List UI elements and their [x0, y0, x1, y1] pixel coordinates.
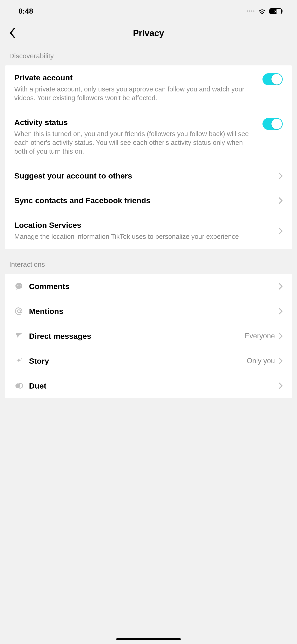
section-header-discoverability: Discoverability — [0, 46, 297, 66]
sparkle-icon — [14, 356, 24, 366]
send-icon — [14, 332, 24, 341]
discoverability-card: Private account With a private account, … — [5, 66, 292, 249]
row-mentions[interactable]: Mentions — [5, 299, 292, 324]
at-icon — [14, 306, 24, 316]
status-bar: 8:48 •••• 58 — [0, 0, 297, 20]
comment-icon — [14, 282, 24, 291]
row-comments[interactable]: Comments — [5, 274, 292, 299]
chevron-right-icon — [278, 228, 283, 234]
status-right: •••• 58 — [247, 8, 283, 14]
row-activity-status: Activity status When this is turned on, … — [5, 110, 292, 164]
row-sync-contacts[interactable]: Sync contacts and Facebook friends — [5, 188, 292, 213]
chevron-right-icon — [278, 197, 283, 204]
chevron-left-icon — [9, 28, 16, 38]
story-title: Story — [29, 356, 247, 366]
activity-status-title: Activity status — [14, 118, 258, 127]
chevron-right-icon — [278, 308, 283, 315]
duet-icon — [14, 381, 24, 390]
back-button[interactable] — [9, 28, 16, 39]
section-header-interactions: Interactions — [0, 249, 297, 274]
svg-point-0 — [17, 286, 18, 286]
svg-point-1 — [18, 286, 19, 286]
row-duet[interactable]: Duet — [5, 373, 292, 398]
private-account-desc: With a private account, only users you a… — [14, 85, 258, 102]
row-direct-messages[interactable]: Direct messages Everyone — [5, 324, 292, 348]
row-story[interactable]: Story Only you — [5, 348, 292, 373]
battery-icon: 58 — [269, 8, 283, 14]
dm-value: Everyone — [245, 332, 275, 340]
chevron-right-icon — [278, 283, 283, 290]
comments-title: Comments — [29, 282, 278, 291]
row-location-services[interactable]: Location Services Manage the location in… — [5, 213, 292, 249]
svg-point-2 — [20, 286, 21, 286]
page-title: Privacy — [133, 28, 164, 38]
signal-dots-icon: •••• — [247, 8, 255, 14]
chevron-right-icon — [278, 332, 283, 340]
interactions-card: Comments Mentions Direct messages Everyo… — [5, 274, 292, 398]
chevron-right-icon — [278, 382, 283, 389]
mentions-title: Mentions — [29, 307, 278, 316]
private-account-toggle[interactable] — [262, 73, 283, 85]
row-private-account: Private account With a private account, … — [5, 66, 292, 110]
activity-status-toggle[interactable] — [262, 118, 283, 130]
chevron-right-icon — [278, 358, 283, 364]
location-services-title: Location Services — [14, 221, 278, 230]
wifi-icon — [258, 8, 266, 14]
story-value: Only you — [247, 357, 275, 365]
suggest-account-title: Suggest your account to others — [14, 171, 278, 180]
dm-title: Direct messages — [29, 332, 245, 341]
private-account-title: Private account — [14, 73, 258, 82]
duet-title: Duet — [29, 382, 278, 390]
row-suggest-account[interactable]: Suggest your account to others — [5, 164, 292, 188]
location-services-desc: Manage the location information TikTok u… — [14, 232, 278, 241]
home-indicator[interactable] — [116, 638, 181, 640]
nav-bar: Privacy — [0, 20, 297, 46]
activity-status-desc: When this is turned on, you and your fri… — [14, 130, 258, 156]
chevron-right-icon — [278, 172, 283, 180]
status-time: 8:48 — [18, 7, 33, 16]
sync-contacts-title: Sync contacts and Facebook friends — [14, 196, 278, 205]
